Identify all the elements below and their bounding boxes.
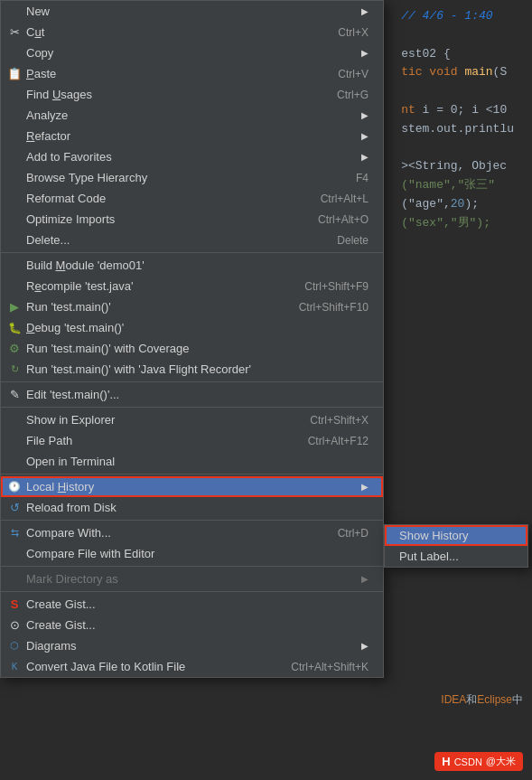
submenu-label-put-label: Put Label... bbox=[399, 550, 459, 563]
shortcut-show-explorer: Ctrl+Shift+X bbox=[310, 414, 369, 427]
menu-label-browse-hierarchy: Browse Type Hierarchy bbox=[26, 171, 338, 184]
menu-label-refactor: Refactor bbox=[26, 129, 352, 143]
menu-label-debug: Debug 'test.main()' bbox=[26, 321, 369, 334]
separator-1 bbox=[1, 252, 383, 253]
menu-label-copy: Copy bbox=[26, 46, 352, 60]
menu-item-create-gist-red[interactable]: S Create Gist... bbox=[1, 594, 383, 615]
menu-item-run-flight[interactable]: ↻ Run 'test.main()' with 'Java Flight Re… bbox=[1, 359, 383, 380]
menu-item-edit-main[interactable]: ✎ Edit 'test.main()'... bbox=[1, 384, 383, 405]
menu-item-compare-editor[interactable]: Compare File with Editor bbox=[1, 543, 383, 564]
menu-item-open-terminal[interactable]: Open in Terminal bbox=[1, 451, 383, 472]
menu-label-compare-with: Compare With... bbox=[26, 526, 320, 540]
coverage-icon: ⚙ bbox=[6, 342, 23, 355]
menu-item-compare-with[interactable]: ⇆ Compare With... Ctrl+D bbox=[1, 522, 383, 543]
menu-label-reformat: Reformat Code bbox=[26, 192, 303, 205]
menu-item-find-usages[interactable]: Find Usages Ctrl+G bbox=[1, 84, 383, 105]
history-icon: 🕐 bbox=[6, 481, 23, 493]
separator-2 bbox=[1, 381, 383, 382]
menu-item-local-history[interactable]: 🕐 Local History ▶ bbox=[1, 476, 383, 497]
convert-icon: K bbox=[6, 662, 23, 672]
arrow-local-history: ▶ bbox=[361, 482, 369, 492]
menu-item-debug[interactable]: 🐛 Debug 'test.main()' bbox=[1, 317, 383, 338]
shortcut-browse-hierarchy: F4 bbox=[356, 172, 369, 184]
shortcut-delete: Delete bbox=[337, 234, 369, 247]
menu-label-run: Run 'test.main()' bbox=[26, 300, 281, 314]
context-menu: New ▶ ✂ Cut Ctrl+X Copy ▶ 📋 Paste Ctrl+V… bbox=[0, 0, 384, 678]
menu-item-run-coverage[interactable]: ⚙ Run 'test.main()' with Coverage bbox=[1, 338, 383, 359]
menu-label-open-terminal: Open in Terminal bbox=[26, 455, 369, 468]
menu-item-add-favorites[interactable]: Add to Favorites ▶ bbox=[1, 146, 383, 167]
separator-3 bbox=[1, 407, 383, 408]
menu-label-local-history: Local History bbox=[26, 480, 352, 493]
separator-7 bbox=[1, 591, 383, 592]
submenu-item-show-history[interactable]: Show History bbox=[385, 525, 527, 546]
menu-item-recompile[interactable]: Recompile 'test.java' Ctrl+Shift+F9 bbox=[1, 276, 383, 296]
submenu-label-show-history: Show History bbox=[399, 529, 469, 542]
shortcut-paste: Ctrl+V bbox=[338, 68, 369, 80]
menu-label-edit-main: Edit 'test.main()'... bbox=[26, 388, 369, 401]
menu-label-optimize-imports: Optimize Imports bbox=[26, 212, 300, 226]
menu-label-reload-disk: Reload from Disk bbox=[26, 501, 369, 514]
menu-item-diagrams[interactable]: ⬡ Diagrams ▶ bbox=[1, 635, 383, 656]
menu-item-new[interactable]: New ▶ bbox=[1, 1, 383, 22]
submenu-item-put-label[interactable]: Put Label... bbox=[385, 546, 527, 567]
menu-item-paste[interactable]: 📋 Paste Ctrl+V bbox=[1, 63, 383, 84]
run-icon: ▶ bbox=[6, 300, 23, 314]
arrow-favorites: ▶ bbox=[361, 152, 369, 162]
menu-item-browse-hierarchy[interactable]: Browse Type Hierarchy F4 bbox=[1, 167, 383, 188]
shortcut-run: Ctrl+Shift+F10 bbox=[299, 301, 369, 314]
separator-6 bbox=[1, 566, 383, 567]
menu-label-cut: Cut bbox=[26, 25, 320, 39]
menu-label-analyze: Analyze bbox=[26, 108, 352, 122]
menu-label-paste: Paste bbox=[26, 67, 320, 80]
gist-red-icon: S bbox=[6, 597, 23, 611]
shortcut-reformat: Ctrl+Alt+L bbox=[321, 193, 369, 205]
menu-label-new: New bbox=[26, 5, 352, 18]
menu-item-build-module[interactable]: Build Module 'demo01' bbox=[1, 255, 383, 276]
menu-label-recompile: Recompile 'test.java' bbox=[26, 279, 286, 293]
reload-icon: ↺ bbox=[6, 501, 23, 514]
menu-label-create-gist-github: Create Gist... bbox=[26, 618, 369, 632]
menu-label-run-coverage: Run 'test.main()' with Coverage bbox=[26, 342, 369, 355]
compare-icon: ⇆ bbox=[6, 527, 23, 539]
menu-item-file-path[interactable]: File Path Ctrl+Alt+F12 bbox=[1, 430, 383, 451]
diagrams-icon: ⬡ bbox=[6, 640, 23, 652]
menu-label-diagrams: Diagrams bbox=[26, 639, 352, 653]
menu-item-create-gist-github[interactable]: ⊙ Create Gist... bbox=[1, 615, 383, 635]
separator-5 bbox=[1, 520, 383, 521]
menu-item-reformat[interactable]: Reformat Code Ctrl+Alt+L bbox=[1, 188, 383, 209]
menu-label-delete: Delete... bbox=[26, 233, 319, 247]
menu-label-build-module: Build Module 'demo01' bbox=[26, 258, 369, 272]
menu-item-copy[interactable]: Copy ▶ bbox=[1, 42, 383, 63]
menu-label-compare-editor: Compare File with Editor bbox=[26, 547, 369, 560]
scissors-icon: ✂ bbox=[6, 25, 23, 39]
menu-item-analyze[interactable]: Analyze ▶ bbox=[1, 105, 383, 126]
paste-icon: 📋 bbox=[6, 67, 23, 80]
shortcut-compare-with: Ctrl+D bbox=[338, 527, 369, 540]
menu-item-convert-kotlin[interactable]: K Convert Java File to Kotlin File Ctrl+… bbox=[1, 656, 383, 677]
menu-label-add-favorites: Add to Favorites bbox=[26, 150, 352, 164]
menu-label-run-flight: Run 'test.main()' with 'Java Flight Reco… bbox=[26, 362, 369, 376]
menu-label-file-path: File Path bbox=[26, 434, 290, 447]
menu-item-show-explorer[interactable]: Show in Explorer Ctrl+Shift+X bbox=[1, 409, 383, 430]
menu-item-cut[interactable]: ✂ Cut Ctrl+X bbox=[1, 22, 383, 42]
menu-item-delete[interactable]: Delete... Delete bbox=[1, 230, 383, 250]
arrow-refactor: ▶ bbox=[361, 131, 369, 141]
menu-item-optimize-imports[interactable]: Optimize Imports Ctrl+Alt+O bbox=[1, 209, 383, 230]
shortcut-recompile: Ctrl+Shift+F9 bbox=[304, 280, 369, 293]
github-icon: ⊙ bbox=[6, 618, 23, 632]
menu-label-show-explorer: Show in Explorer bbox=[26, 413, 292, 427]
menu-label-find-usages: Find Usages bbox=[26, 88, 319, 101]
menu-label-convert-kotlin: Convert Java File to Kotlin File bbox=[26, 660, 273, 673]
arrow-copy: ▶ bbox=[361, 48, 369, 58]
shortcut-cut: Ctrl+X bbox=[338, 26, 369, 39]
edit-icon: ✎ bbox=[6, 388, 23, 401]
debug-icon: 🐛 bbox=[6, 322, 23, 334]
menu-item-reload-disk[interactable]: ↺ Reload from Disk bbox=[1, 497, 383, 518]
arrow-new: ▶ bbox=[361, 6, 369, 16]
shortcut-find-usages: Ctrl+G bbox=[337, 89, 369, 101]
menu-item-mark-directory: Mark Directory as ▶ bbox=[1, 569, 383, 589]
menu-item-refactor[interactable]: Refactor ▶ bbox=[1, 126, 383, 146]
menu-item-run[interactable]: ▶ Run 'test.main()' Ctrl+Shift+F10 bbox=[1, 296, 383, 317]
shortcut-file-path: Ctrl+Alt+F12 bbox=[308, 435, 369, 447]
